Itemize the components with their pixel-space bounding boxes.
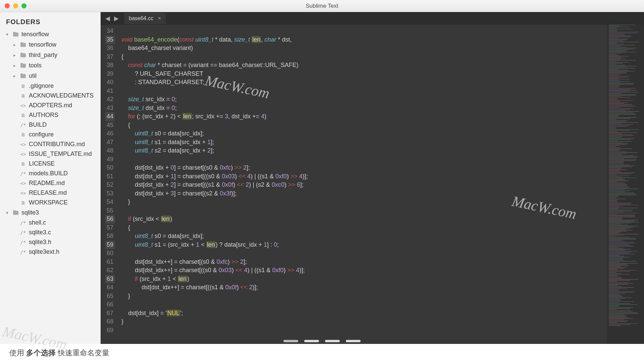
tree-label: BUILD [29,121,47,128]
file-icon: /* [20,249,26,255]
folder-icon [13,31,19,38]
tabbar: ◀ ▶ base64.cc × [101,12,644,25]
file-item[interactable]: /*shell.c [0,218,100,228]
page-dot[interactable] [304,340,319,342]
disclosure-icon: ▾ [6,32,10,37]
folder-tree: ▾tensorflow▸tensorflow▸third_party▸tools… [0,29,100,257]
file-icon: /* [20,122,26,128]
tree-label: sqlite3.h [29,239,51,246]
file-item[interactable]: 🗎LICENSE [0,159,100,169]
page-dot[interactable] [283,340,298,342]
folders-heading: FOLDERS [0,16,100,29]
tree-label: tensorflow [29,41,56,48]
code-area[interactable]: 3435363738394041424344454647484950515253… [101,25,644,344]
file-item[interactable]: 🗎WORKSPACE [0,198,100,207]
footer-hint: 使用 多个选择 快速重命名变量 MacW.com [0,344,644,362]
file-item[interactable]: <>ISSUE_TEMPLATE.md [0,149,100,159]
file-icon: <> [20,142,26,147]
tree-label: configure [29,131,54,138]
file-item[interactable]: /*sqlite3.c [0,228,100,237]
tree-label: sqlite3 [21,209,39,216]
tree-label: tensorflow [21,31,49,38]
file-icon: <> [20,103,26,108]
tree-label: util [29,72,37,79]
tree-label: ADOPTERS.md [29,102,72,109]
tree-label: AUTHORS [29,112,58,119]
zoom-window-icon[interactable] [21,3,26,8]
file-item[interactable]: <>ADOPTERS.md [0,101,100,110]
window-title: Sublime Text [306,3,338,9]
footer-pre: 使用 [9,348,24,358]
tab-close-icon[interactable]: × [158,15,161,21]
file-item[interactable]: /*sqlite3.h [0,237,100,247]
file-icon: 🗎 [20,200,26,205]
file-item[interactable]: 🗎configure [0,130,100,139]
tree-label: tools [29,62,42,69]
file-item[interactable]: <>RELEASE.md [0,188,100,198]
folder-item[interactable]: ▸tensorflow [0,40,100,50]
editor: ◀ ▶ base64.cc × 343536373839404142434445… [101,12,644,344]
nav-forward-icon[interactable]: ▶ [112,15,121,22]
tree-label: README.md [29,180,65,187]
file-icon: <> [20,152,26,157]
tab-active[interactable]: base64.cc × [124,13,166,24]
disclosure-icon: ▾ [6,210,10,215]
file-item[interactable]: /*BUILD [0,120,100,130]
tree-label: .gitignore [29,82,54,89]
folder-icon [20,41,26,49]
titlebar: Sublime Text [0,0,644,12]
tree-label: sqlite3.c [29,229,51,236]
tree-label: third_party [29,52,57,59]
file-icon: 🗎 [20,132,26,137]
file-item[interactable]: 🗎.gitignore [0,81,100,91]
folder-item[interactable]: ▾sqlite3 [0,207,100,218]
minimize-window-icon[interactable] [13,3,18,8]
folder-item[interactable]: ▸util [0,71,100,81]
folder-icon [20,51,26,59]
tree-label: CONTRIBUTING.md [29,141,85,148]
minimap[interactable] [607,25,644,344]
tree-label: ISSUE_TEMPLATE.md [29,150,92,158]
code-content[interactable]: void base64_encode(const uint8_t * data,… [117,25,607,344]
file-icon: /* [20,240,26,245]
file-icon: /* [20,230,26,235]
footer-bold: 多个选择 [26,348,56,358]
file-icon: 🗎 [20,83,26,89]
page-dot[interactable] [346,340,361,342]
footer-post: 快速重命名变量 [58,348,109,358]
file-icon: <> [20,181,26,186]
folder-item[interactable]: ▾tensorflow [0,29,100,40]
disclosure-icon: ▸ [13,42,17,47]
file-item[interactable]: /*models.BUILD [0,169,100,178]
sidebar: FOLDERS ▾tensorflow▸tensorflow▸third_par… [0,12,101,344]
tree-label: shell.c [29,219,46,226]
folder-item[interactable]: ▸tools [0,60,100,71]
file-item[interactable]: <>CONTRIBUTING.md [0,139,100,149]
file-icon: 🗎 [20,93,26,99]
tree-label: models.BUILD [29,170,68,177]
page-indicator[interactable] [283,340,361,342]
file-icon: <> [20,190,26,196]
close-window-icon[interactable] [5,3,10,8]
disclosure-icon: ▸ [13,53,17,58]
file-item[interactable]: /*sqlite3ext.h [0,247,100,257]
tab-label: base64.cc [129,15,153,21]
file-icon: /* [20,220,26,226]
disclosure-icon: ▸ [13,73,17,78]
file-icon: /* [20,171,26,176]
folder-icon [20,72,26,80]
window-controls [5,3,26,8]
folder-item[interactable]: ▸third_party [0,50,100,60]
tree-label: RELEASE.md [29,189,67,196]
tree-label: sqlite3ext.h [29,248,59,255]
disclosure-icon: ▸ [13,63,17,68]
page-dot[interactable] [325,340,340,342]
file-item[interactable]: 🗎ACKNOWLEDGMENTS [0,91,100,101]
file-icon: 🗎 [20,113,26,118]
folder-icon [20,62,26,69]
file-icon: 🗎 [20,161,26,167]
tree-label: ACKNOWLEDGMENTS [29,92,94,99]
file-item[interactable]: 🗎AUTHORS [0,110,100,120]
nav-back-icon[interactable]: ◀ [103,15,112,22]
file-item[interactable]: <>README.md [0,178,100,188]
